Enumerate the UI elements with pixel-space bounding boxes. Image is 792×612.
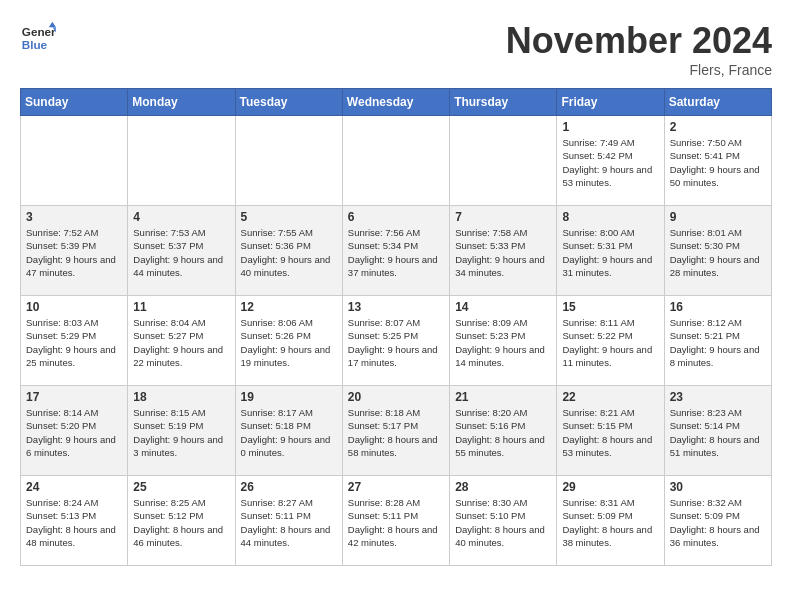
day-cell: 1Sunrise: 7:49 AM Sunset: 5:42 PM Daylig…	[557, 116, 664, 206]
day-info: Sunrise: 8:07 AM Sunset: 5:25 PM Dayligh…	[348, 316, 444, 369]
day-number: 4	[133, 210, 229, 224]
day-info: Sunrise: 8:14 AM Sunset: 5:20 PM Dayligh…	[26, 406, 122, 459]
day-cell: 19Sunrise: 8:17 AM Sunset: 5:18 PM Dayli…	[235, 386, 342, 476]
day-cell: 14Sunrise: 8:09 AM Sunset: 5:23 PM Dayli…	[450, 296, 557, 386]
svg-text:Blue: Blue	[22, 38, 48, 51]
day-info: Sunrise: 8:01 AM Sunset: 5:30 PM Dayligh…	[670, 226, 766, 279]
header-wednesday: Wednesday	[342, 89, 449, 116]
day-number: 17	[26, 390, 122, 404]
day-number: 19	[241, 390, 337, 404]
day-number: 29	[562, 480, 658, 494]
day-number: 30	[670, 480, 766, 494]
day-cell	[450, 116, 557, 206]
day-cell: 26Sunrise: 8:27 AM Sunset: 5:11 PM Dayli…	[235, 476, 342, 566]
day-info: Sunrise: 7:56 AM Sunset: 5:34 PM Dayligh…	[348, 226, 444, 279]
day-cell: 11Sunrise: 8:04 AM Sunset: 5:27 PM Dayli…	[128, 296, 235, 386]
day-cell: 8Sunrise: 8:00 AM Sunset: 5:31 PM Daylig…	[557, 206, 664, 296]
day-cell	[21, 116, 128, 206]
day-info: Sunrise: 7:52 AM Sunset: 5:39 PM Dayligh…	[26, 226, 122, 279]
day-info: Sunrise: 7:55 AM Sunset: 5:36 PM Dayligh…	[241, 226, 337, 279]
day-info: Sunrise: 7:49 AM Sunset: 5:42 PM Dayligh…	[562, 136, 658, 189]
day-cell	[235, 116, 342, 206]
day-cell: 15Sunrise: 8:11 AM Sunset: 5:22 PM Dayli…	[557, 296, 664, 386]
day-info: Sunrise: 8:25 AM Sunset: 5:12 PM Dayligh…	[133, 496, 229, 549]
day-number: 25	[133, 480, 229, 494]
day-info: Sunrise: 8:12 AM Sunset: 5:21 PM Dayligh…	[670, 316, 766, 369]
header-monday: Monday	[128, 89, 235, 116]
day-cell	[128, 116, 235, 206]
day-cell: 30Sunrise: 8:32 AM Sunset: 5:09 PM Dayli…	[664, 476, 771, 566]
day-number: 24	[26, 480, 122, 494]
day-info: Sunrise: 8:03 AM Sunset: 5:29 PM Dayligh…	[26, 316, 122, 369]
day-number: 28	[455, 480, 551, 494]
day-number: 10	[26, 300, 122, 314]
day-cell: 18Sunrise: 8:15 AM Sunset: 5:19 PM Dayli…	[128, 386, 235, 476]
header-sunday: Sunday	[21, 89, 128, 116]
header-tuesday: Tuesday	[235, 89, 342, 116]
header-friday: Friday	[557, 89, 664, 116]
day-number: 3	[26, 210, 122, 224]
day-info: Sunrise: 8:30 AM Sunset: 5:10 PM Dayligh…	[455, 496, 551, 549]
day-cell: 27Sunrise: 8:28 AM Sunset: 5:11 PM Dayli…	[342, 476, 449, 566]
day-cell: 10Sunrise: 8:03 AM Sunset: 5:29 PM Dayli…	[21, 296, 128, 386]
day-number: 7	[455, 210, 551, 224]
day-cell: 20Sunrise: 8:18 AM Sunset: 5:17 PM Dayli…	[342, 386, 449, 476]
day-cell: 13Sunrise: 8:07 AM Sunset: 5:25 PM Dayli…	[342, 296, 449, 386]
day-info: Sunrise: 8:18 AM Sunset: 5:17 PM Dayligh…	[348, 406, 444, 459]
day-cell: 7Sunrise: 7:58 AM Sunset: 5:33 PM Daylig…	[450, 206, 557, 296]
day-info: Sunrise: 7:53 AM Sunset: 5:37 PM Dayligh…	[133, 226, 229, 279]
header-thursday: Thursday	[450, 89, 557, 116]
day-info: Sunrise: 7:58 AM Sunset: 5:33 PM Dayligh…	[455, 226, 551, 279]
day-cell: 2Sunrise: 7:50 AM Sunset: 5:41 PM Daylig…	[664, 116, 771, 206]
day-number: 1	[562, 120, 658, 134]
day-info: Sunrise: 8:06 AM Sunset: 5:26 PM Dayligh…	[241, 316, 337, 369]
day-number: 18	[133, 390, 229, 404]
day-number: 22	[562, 390, 658, 404]
day-number: 15	[562, 300, 658, 314]
day-number: 26	[241, 480, 337, 494]
week-row-1: 3Sunrise: 7:52 AM Sunset: 5:39 PM Daylig…	[21, 206, 772, 296]
day-info: Sunrise: 8:20 AM Sunset: 5:16 PM Dayligh…	[455, 406, 551, 459]
day-number: 23	[670, 390, 766, 404]
day-cell: 28Sunrise: 8:30 AM Sunset: 5:10 PM Dayli…	[450, 476, 557, 566]
calendar-table: Sunday Monday Tuesday Wednesday Thursday…	[20, 88, 772, 566]
title-block: November 2024 Flers, France	[506, 20, 772, 78]
day-number: 9	[670, 210, 766, 224]
header-row: Sunday Monday Tuesday Wednesday Thursday…	[21, 89, 772, 116]
day-cell: 29Sunrise: 8:31 AM Sunset: 5:09 PM Dayli…	[557, 476, 664, 566]
day-number: 11	[133, 300, 229, 314]
day-cell: 23Sunrise: 8:23 AM Sunset: 5:14 PM Dayli…	[664, 386, 771, 476]
day-info: Sunrise: 8:04 AM Sunset: 5:27 PM Dayligh…	[133, 316, 229, 369]
day-cell: 21Sunrise: 8:20 AM Sunset: 5:16 PM Dayli…	[450, 386, 557, 476]
day-info: Sunrise: 8:17 AM Sunset: 5:18 PM Dayligh…	[241, 406, 337, 459]
logo-icon: General Blue	[20, 20, 56, 56]
day-number: 5	[241, 210, 337, 224]
day-cell: 25Sunrise: 8:25 AM Sunset: 5:12 PM Dayli…	[128, 476, 235, 566]
day-number: 16	[670, 300, 766, 314]
day-number: 2	[670, 120, 766, 134]
day-number: 6	[348, 210, 444, 224]
day-cell: 5Sunrise: 7:55 AM Sunset: 5:36 PM Daylig…	[235, 206, 342, 296]
header-saturday: Saturday	[664, 89, 771, 116]
day-cell: 9Sunrise: 8:01 AM Sunset: 5:30 PM Daylig…	[664, 206, 771, 296]
day-info: Sunrise: 8:11 AM Sunset: 5:22 PM Dayligh…	[562, 316, 658, 369]
day-cell: 12Sunrise: 8:06 AM Sunset: 5:26 PM Dayli…	[235, 296, 342, 386]
week-row-0: 1Sunrise: 7:49 AM Sunset: 5:42 PM Daylig…	[21, 116, 772, 206]
day-info: Sunrise: 8:09 AM Sunset: 5:23 PM Dayligh…	[455, 316, 551, 369]
week-row-2: 10Sunrise: 8:03 AM Sunset: 5:29 PM Dayli…	[21, 296, 772, 386]
month-title: November 2024	[506, 20, 772, 62]
day-info: Sunrise: 7:50 AM Sunset: 5:41 PM Dayligh…	[670, 136, 766, 189]
day-number: 27	[348, 480, 444, 494]
day-number: 13	[348, 300, 444, 314]
day-cell: 17Sunrise: 8:14 AM Sunset: 5:20 PM Dayli…	[21, 386, 128, 476]
location-subtitle: Flers, France	[506, 62, 772, 78]
day-info: Sunrise: 8:32 AM Sunset: 5:09 PM Dayligh…	[670, 496, 766, 549]
day-cell: 16Sunrise: 8:12 AM Sunset: 5:21 PM Dayli…	[664, 296, 771, 386]
day-info: Sunrise: 8:28 AM Sunset: 5:11 PM Dayligh…	[348, 496, 444, 549]
day-number: 12	[241, 300, 337, 314]
day-cell: 24Sunrise: 8:24 AM Sunset: 5:13 PM Dayli…	[21, 476, 128, 566]
day-info: Sunrise: 8:24 AM Sunset: 5:13 PM Dayligh…	[26, 496, 122, 549]
week-row-3: 17Sunrise: 8:14 AM Sunset: 5:20 PM Dayli…	[21, 386, 772, 476]
day-number: 21	[455, 390, 551, 404]
day-info: Sunrise: 8:15 AM Sunset: 5:19 PM Dayligh…	[133, 406, 229, 459]
